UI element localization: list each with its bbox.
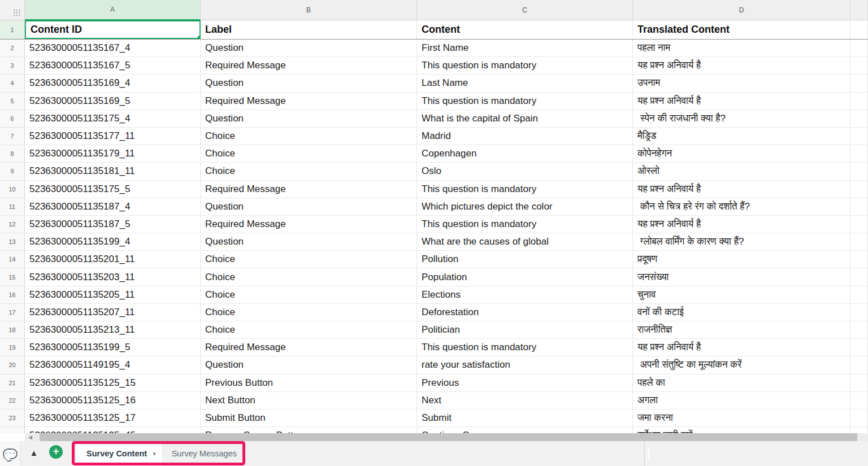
cell-translated[interactable]: यह प्रश्न अनिवार्य है (633, 181, 850, 198)
cell-translated[interactable]: राजनीतिज्ञ (633, 321, 850, 339)
column-header-c[interactable]: C (417, 0, 633, 20)
row-number[interactable]: 20 (0, 356, 25, 374)
cell-empty[interactable] (850, 216, 868, 233)
cell-a1-selected[interactable]: Content ID (25, 20, 201, 39)
column-header-b[interactable]: B (201, 0, 417, 20)
cell-label[interactable]: Question (201, 356, 417, 374)
cell-content-id[interactable]: 52363000051135169_4 (25, 75, 201, 92)
cell-label[interactable]: Required Message (201, 57, 417, 75)
cell-content[interactable]: This question is mandatory (417, 216, 633, 233)
cell-empty[interactable] (850, 181, 868, 198)
column-header-a[interactable]: A (25, 0, 201, 20)
cell-content[interactable]: Oslo (417, 163, 633, 180)
cell-content[interactable]: Continue Survey (417, 427, 633, 433)
cell-translated[interactable]: सर्वेक्षण जारी रखें (633, 427, 850, 433)
cell-label[interactable]: Next Button (201, 392, 417, 410)
cell-label[interactable]: Choice (201, 304, 417, 321)
cell-translated[interactable]: यह प्रश्न अनिवार्य है (633, 57, 850, 75)
row-number[interactable]: 19 (0, 339, 25, 356)
cell-label[interactable]: Previous Button (201, 374, 417, 392)
row-number[interactable]: 10 (0, 181, 25, 198)
cell-content[interactable]: This question is mandatory (417, 181, 633, 198)
cell-empty[interactable] (850, 304, 868, 321)
cell-empty[interactable] (850, 410, 868, 427)
cell-translated[interactable]: यह प्रश्न अनिवार्य है (633, 93, 850, 110)
cell-content[interactable]: Deforestation (417, 304, 633, 321)
cell-content-id[interactable]: 52363000051135199_4 (25, 233, 201, 251)
cell-label[interactable]: Question (201, 198, 417, 216)
cell-empty[interactable] (850, 75, 868, 92)
cell-translated[interactable]: चुनाव (633, 286, 850, 304)
cell-label[interactable]: Choice (201, 163, 417, 180)
horizontal-scrollbar[interactable]: ◀ (25, 433, 868, 441)
cell-e1[interactable] (850, 20, 868, 39)
cell-empty[interactable] (850, 128, 868, 145)
cell-content-id[interactable]: 52363000051135179_11 (25, 145, 201, 163)
cell-content-id[interactable]: 52363000051135187_5 (25, 216, 201, 233)
cell-content[interactable]: First Name (417, 40, 633, 57)
add-sheet-button[interactable]: + (49, 445, 63, 459)
cell-translated[interactable]: अगला (633, 392, 850, 410)
cell-c1[interactable]: Content (417, 20, 633, 39)
cell-empty[interactable] (850, 145, 868, 163)
cell-label[interactable]: Required Message (201, 181, 417, 198)
cell-empty[interactable] (850, 286, 868, 304)
cell-label[interactable]: Question (201, 110, 417, 128)
cell-content-id[interactable]: 52363000051135203_11 (25, 268, 201, 286)
row-number[interactable]: 4 (0, 75, 25, 92)
cell-content-id[interactable]: 52363000051135125_17 (25, 410, 201, 427)
cell-empty[interactable] (850, 321, 868, 339)
cell-label[interactable]: Choice (201, 268, 417, 286)
cell-empty[interactable] (850, 356, 868, 374)
cell-label[interactable]: Question (201, 75, 417, 92)
row-number[interactable]: 1 (0, 20, 25, 39)
cell-empty[interactable] (850, 392, 868, 410)
cell-content-id[interactable]: 52363000051135187_4 (25, 198, 201, 216)
cell-label[interactable]: Required Message (201, 339, 417, 356)
cell-empty[interactable] (850, 251, 868, 268)
row-number[interactable]: 12 (0, 216, 25, 233)
cell-content-id[interactable]: 52363000051135167_5 (25, 57, 201, 75)
cell-translated[interactable]: ग्लोबल वार्मिंग के कारण क्या हैं? (633, 233, 850, 251)
cell-content[interactable]: Submit (417, 410, 633, 427)
tab-survey-content[interactable]: Survey Content ▾ (76, 441, 162, 466)
row-number[interactable]: 7 (0, 128, 25, 145)
cell-label[interactable]: Choice (201, 286, 417, 304)
cell-empty[interactable] (850, 57, 868, 75)
cell-content-id[interactable]: 52363000051135167_4 (25, 40, 201, 57)
cell-content-id[interactable]: 52363000051135213_11 (25, 321, 201, 339)
row-number[interactable]: 23 (0, 410, 25, 427)
cell-empty[interactable] (850, 268, 868, 286)
row-number[interactable]: 22 (0, 392, 25, 410)
cell-empty[interactable] (850, 40, 868, 57)
cell-label[interactable]: Question (201, 40, 417, 57)
row-number[interactable]: 9 (0, 163, 25, 180)
tab-survey-messages[interactable]: Survey Messages (162, 441, 247, 466)
cell-content[interactable]: rate your satisfaction (417, 356, 633, 374)
cell-translated[interactable]: स्पेन की राजधानी क्या है? (633, 110, 850, 128)
cell-empty[interactable] (850, 93, 868, 110)
cell-empty[interactable] (850, 427, 868, 433)
cell-content[interactable]: This question is mandatory (417, 339, 633, 356)
cell-content[interactable]: What are the causes of global (417, 233, 633, 251)
cell-content[interactable]: Which pictures depict the color (417, 198, 633, 216)
cell-content-id[interactable]: 52363000051135175_4 (25, 110, 201, 128)
cell-label[interactable]: Choice (201, 145, 417, 163)
cell-label[interactable]: Resume Survey Button (201, 427, 417, 433)
cell-translated[interactable]: उपनाम (633, 75, 850, 92)
select-all-corner[interactable] (0, 0, 25, 20)
comments-panel-toggle[interactable]: • • • (0, 441, 21, 466)
cell-content-id[interactable]: 52363000051135181_11 (25, 163, 201, 180)
row-number[interactable]: 2 (0, 40, 25, 57)
cell-label[interactable]: Choice (201, 128, 417, 145)
row-number[interactable]: 3 (0, 57, 25, 75)
cell-label[interactable]: Question (201, 233, 417, 251)
cell-content[interactable]: Pollution (417, 251, 633, 268)
row-number[interactable]: 14 (0, 251, 25, 268)
row-number[interactable]: 24 (0, 427, 25, 433)
cell-translated[interactable]: कौन से चित्र हरे रंग को दर्शाते हैं? (633, 198, 850, 216)
cell-content[interactable]: Next (417, 392, 633, 410)
cell-d1[interactable]: Translated Content (633, 20, 850, 39)
cell-empty[interactable] (850, 233, 868, 251)
cell-content-id[interactable]: 52363000051135125_15 (25, 374, 201, 392)
